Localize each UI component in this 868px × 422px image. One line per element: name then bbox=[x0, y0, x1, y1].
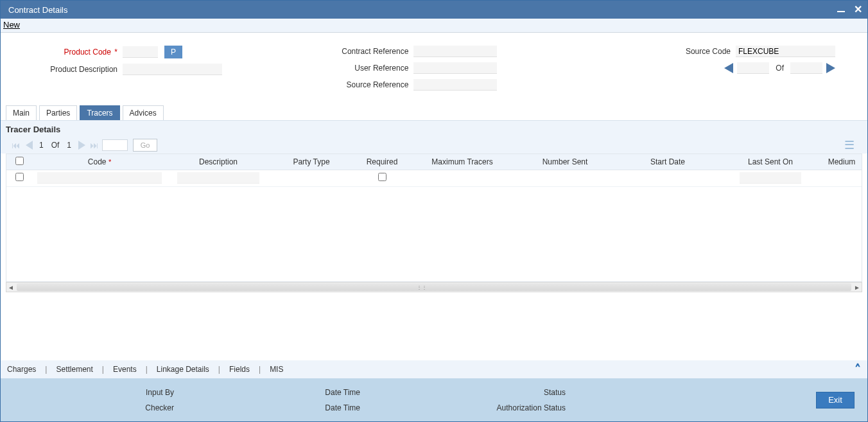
tabs: Main Parties Tracers Advices bbox=[1, 105, 867, 120]
cell-required-checkbox[interactable] bbox=[378, 173, 386, 181]
close-icon[interactable]: ✕ bbox=[854, 4, 862, 15]
contract-ref-input[interactable] bbox=[413, 46, 497, 57]
table-pager: ⏮ 1 Of 1 ⏭ Go ☰ bbox=[6, 137, 862, 154]
col-required: Required bbox=[353, 154, 411, 170]
pager-current: 1 bbox=[39, 141, 44, 150]
link-linkage-details[interactable]: Linkage Details bbox=[157, 365, 209, 374]
source-code-label: Source Code bbox=[686, 47, 736, 56]
tracer-section: Tracer Details ⏮ 1 Of 1 ⏭ Go ☰ bbox=[1, 120, 867, 154]
status-date-time-2: Date Time bbox=[200, 403, 386, 412]
select-all-checkbox[interactable] bbox=[15, 157, 24, 165]
tab-advices[interactable]: Advices bbox=[123, 105, 164, 120]
product-lookup-button[interactable]: P bbox=[164, 46, 182, 58]
pager-prev-icon[interactable] bbox=[26, 141, 33, 150]
row-select-checkbox[interactable] bbox=[15, 173, 24, 181]
next-record-icon[interactable] bbox=[826, 63, 835, 73]
cell-medium bbox=[822, 170, 862, 186]
pager-of: Of bbox=[51, 141, 60, 150]
source-code-input[interactable] bbox=[736, 46, 835, 57]
record-pager: Of bbox=[589, 62, 861, 74]
link-settlement[interactable]: Settlement bbox=[56, 365, 92, 374]
cell-party-type bbox=[270, 170, 353, 186]
col-medium: Medium bbox=[822, 154, 862, 170]
scroll-left-icon[interactable]: ◄ bbox=[8, 284, 14, 291]
contract-ref-label: Contract Reference bbox=[298, 47, 413, 56]
form-col-mid: Contract Reference User Reference Source… bbox=[298, 46, 569, 96]
form-col-left: Product Code * P Product Description bbox=[7, 46, 279, 96]
pager-last-icon[interactable]: ⏭ bbox=[89, 140, 100, 150]
link-mis[interactable]: MIS bbox=[270, 365, 283, 374]
col-start-date: Start Date bbox=[616, 154, 719, 170]
table-header-row: Code * Description Party Type Required M… bbox=[6, 154, 862, 170]
status-status: Status bbox=[386, 388, 591, 397]
pager-first-icon[interactable]: ⏮ bbox=[11, 140, 21, 150]
tracer-table: Code * Description Party Type Required M… bbox=[6, 154, 862, 282]
action-bar: New bbox=[1, 19, 867, 33]
exit-button[interactable]: Exit bbox=[816, 392, 855, 409]
status-bar: Input By Date Time Status Checker Date T… bbox=[1, 378, 867, 421]
titlebar: Contract Details ✕ bbox=[1, 1, 867, 19]
col-last-sent-on: Last Sent On bbox=[719, 154, 822, 170]
col-code: Code * bbox=[32, 154, 167, 170]
tab-main[interactable]: Main bbox=[6, 105, 37, 120]
col-number-sent: Number Sent bbox=[514, 154, 616, 170]
source-ref-label: Source Reference bbox=[298, 80, 413, 89]
scroll-right-icon[interactable]: ► bbox=[854, 284, 860, 291]
link-events[interactable]: Events bbox=[113, 365, 137, 374]
prev-record-icon[interactable] bbox=[724, 63, 733, 73]
col-max-tracers: Maximum Tracers bbox=[411, 154, 514, 170]
horizontal-scrollbar[interactable]: ◄ ⋮⋮ ► bbox=[6, 282, 862, 292]
pager-total: 1 bbox=[67, 141, 71, 150]
product-desc-label: Product Description bbox=[7, 65, 123, 74]
titlebar-controls: ✕ bbox=[837, 4, 862, 15]
pager-next-icon[interactable] bbox=[78, 141, 85, 150]
collapse-caret-icon[interactable]: ˄ bbox=[855, 362, 861, 377]
col-party-type: Party Type bbox=[270, 154, 353, 170]
pager-go-button[interactable]: Go bbox=[133, 139, 157, 152]
of-label: Of bbox=[776, 64, 784, 73]
status-date-time-1: Date Time bbox=[200, 388, 386, 397]
minimize-icon[interactable] bbox=[837, 11, 845, 12]
form-col-right: Source Code Of bbox=[589, 46, 861, 96]
link-charges[interactable]: Charges bbox=[7, 365, 36, 374]
scroll-track[interactable]: ⋮⋮ bbox=[17, 283, 851, 291]
user-ref-label: User Reference bbox=[298, 64, 413, 73]
tab-parties[interactable]: Parties bbox=[39, 105, 77, 120]
product-code-label: Product Code * bbox=[7, 48, 123, 57]
status-input-by: Input By bbox=[13, 388, 200, 397]
status-auth-status: Authorization Status bbox=[386, 403, 591, 412]
list-view-icon[interactable]: ☰ bbox=[844, 138, 857, 152]
link-fields[interactable]: Fields bbox=[229, 365, 250, 374]
tracer-details-heading: Tracer Details bbox=[6, 125, 862, 137]
product-desc-input[interactable] bbox=[123, 64, 222, 75]
col-description: Description bbox=[167, 154, 270, 170]
cell-number-sent bbox=[514, 170, 616, 186]
header-form: Product Code * P Product Description Con… bbox=[1, 33, 867, 105]
status-checker: Checker bbox=[13, 403, 200, 412]
table-row bbox=[6, 170, 862, 186]
user-ref-input[interactable] bbox=[413, 62, 497, 74]
source-ref-input[interactable] bbox=[413, 79, 497, 91]
cell-max-tracers bbox=[411, 170, 514, 186]
cell-code-input[interactable] bbox=[37, 172, 161, 184]
cell-description-input[interactable] bbox=[177, 172, 259, 184]
bottom-link-bar: Charges | Settlement | Events | Linkage … bbox=[1, 360, 867, 378]
new-link[interactable]: New bbox=[3, 20, 20, 30]
pager-goto-input[interactable] bbox=[102, 139, 128, 151]
cell-last-sent-input[interactable] bbox=[740, 172, 801, 184]
record-index-input[interactable] bbox=[737, 62, 769, 74]
tab-tracers[interactable]: Tracers bbox=[80, 105, 119, 120]
record-total-input bbox=[790, 62, 822, 74]
product-code-input[interactable] bbox=[123, 46, 158, 58]
cell-start-date bbox=[616, 170, 719, 186]
window-title: Contract Details bbox=[6, 5, 67, 15]
